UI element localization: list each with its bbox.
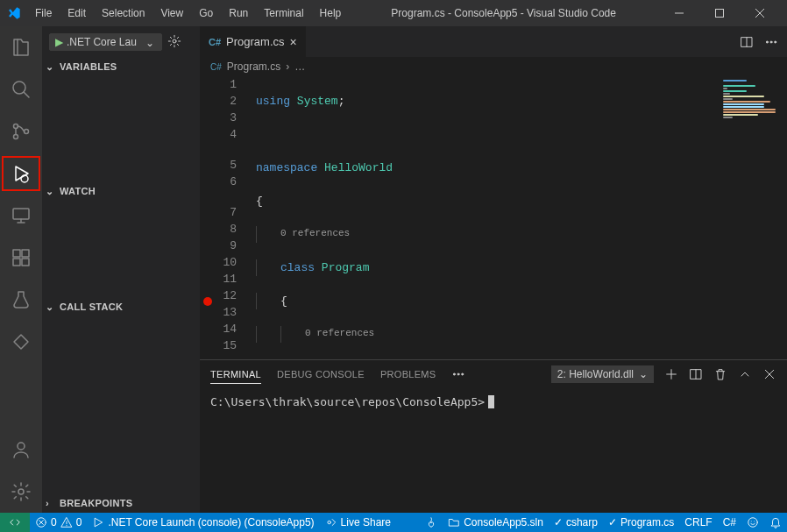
panel-tab-problems[interactable]: PROBLEMS	[380, 365, 436, 383]
editor-tabs: C# Program.cs ×	[200, 26, 787, 57]
more-panels-icon[interactable]	[451, 367, 465, 381]
debug-sidebar: ▶ .NET Core Lau ⌄ ⌄VARIABLES ⌄WATCH ⌄CAL…	[42, 26, 200, 513]
debug-alt-icon	[92, 516, 104, 528]
svg-point-18	[454, 373, 456, 375]
source-control-icon[interactable]	[0, 110, 42, 153]
start-debug-icon: ▶	[55, 36, 63, 48]
svg-point-23	[328, 521, 331, 524]
watch-section[interactable]: ⌄WATCH	[42, 181, 200, 201]
minimap[interactable]	[717, 76, 787, 359]
svg-rect-10	[22, 259, 29, 266]
check-icon: ✓	[608, 516, 617, 528]
panel-tab-debug-console[interactable]: DEBUG CONSOLE	[277, 365, 365, 383]
menu-terminal[interactable]: Terminal	[257, 4, 310, 23]
menu-run[interactable]: Run	[222, 4, 255, 23]
editor-tab-program[interactable]: C# Program.cs ×	[200, 26, 307, 57]
split-terminal-icon[interactable]	[689, 367, 703, 381]
title-bar: File Edit Selection View Go Run Terminal…	[0, 0, 787, 26]
run-debug-icon[interactable]	[2, 156, 40, 191]
status-errors-warnings[interactable]: 0 0	[30, 513, 87, 532]
menu-help[interactable]: Help	[313, 4, 349, 23]
status-liveshare[interactable]: Live Share	[320, 513, 396, 532]
status-language[interactable]: C#	[718, 513, 741, 532]
liveshare-icon	[325, 516, 337, 528]
close-panel-icon[interactable]	[762, 367, 776, 381]
flame-icon	[425, 516, 437, 528]
vscode-logo-icon	[7, 6, 21, 20]
svg-point-11	[18, 443, 25, 450]
menu-view[interactable]: View	[153, 4, 190, 23]
svg-point-19	[457, 373, 459, 375]
folder-icon	[448, 516, 460, 528]
window-controls	[659, 0, 780, 26]
extensions-icon[interactable]	[0, 237, 42, 279]
svg-rect-9	[13, 259, 20, 266]
code-editor[interactable]: 1234 56 789101112131415 using System; na…	[200, 76, 787, 359]
settings-gear-icon[interactable]	[0, 471, 42, 513]
chevron-down-icon: ⌄	[145, 37, 156, 47]
status-omnisharp-flame[interactable]	[420, 513, 443, 532]
menu-go[interactable]: Go	[192, 4, 220, 23]
kill-terminal-icon[interactable]	[713, 367, 727, 381]
breakpoint-dot[interactable]	[203, 297, 212, 306]
editor-area: C# Program.cs × C# Program.cs › … 1234 5…	[200, 26, 787, 513]
panel-tabs: TERMINAL DEBUG CONSOLE PROBLEMS 2: Hello…	[200, 360, 787, 388]
maximize-button[interactable]	[699, 0, 740, 26]
open-launch-json-icon[interactable]	[167, 34, 181, 50]
launch-config-selector[interactable]: ▶ .NET Core Lau ⌄	[49, 33, 162, 51]
close-tab-icon[interactable]: ×	[290, 35, 297, 49]
chevron-down-icon: ⌄	[46, 61, 56, 72]
menu-file[interactable]: File	[28, 4, 59, 23]
explorer-icon[interactable]	[0, 26, 42, 68]
svg-rect-8	[22, 250, 29, 257]
svg-point-5	[21, 175, 28, 182]
chevron-right-icon: ›	[46, 498, 56, 508]
error-icon	[35, 516, 47, 528]
svg-point-15	[766, 41, 768, 43]
new-terminal-icon[interactable]	[664, 367, 678, 381]
svg-rect-7	[13, 250, 20, 257]
menu-edit[interactable]: Edit	[60, 4, 93, 23]
remote-explorer-icon[interactable]	[0, 195, 42, 237]
close-button[interactable]	[740, 0, 780, 26]
remote-indicator[interactable]	[0, 513, 30, 532]
svg-rect-6	[13, 209, 29, 219]
liveshare-icon[interactable]	[0, 321, 42, 363]
svg-point-16	[770, 41, 772, 43]
tab-filename: Program.cs	[226, 35, 284, 48]
status-notifications[interactable]	[764, 513, 787, 532]
debug-toolbar: ▶ .NET Core Lau ⌄	[42, 26, 200, 57]
more-actions-icon[interactable]	[764, 35, 778, 49]
status-feedback[interactable]	[741, 513, 764, 532]
status-omnisharp-project[interactable]: ✓ csharp	[549, 513, 603, 532]
status-eol[interactable]: CRLF	[679, 513, 717, 532]
menu-selection[interactable]: Selection	[95, 4, 152, 23]
call-stack-section[interactable]: ⌄CALL STACK	[42, 297, 200, 316]
svg-rect-0	[716, 10, 724, 18]
activity-bar	[0, 26, 42, 513]
breadcrumb[interactable]: C# Program.cs › …	[200, 57, 787, 76]
check-icon: ✓	[554, 516, 563, 528]
accounts-icon[interactable]	[0, 429, 42, 471]
maximize-panel-icon[interactable]	[738, 367, 752, 381]
chevron-down-icon: ⌄	[46, 186, 56, 196]
terminal-prompt: C:\Users\thrak\source\repos\ConsoleApp5>	[210, 395, 485, 408]
breakpoints-section[interactable]: ›BREAKPOINTS	[42, 493, 200, 513]
terminal-body[interactable]: C:\Users\thrak\source\repos\ConsoleApp5>	[200, 388, 787, 513]
panel-tab-terminal[interactable]: TERMINAL	[210, 365, 261, 384]
status-analyzer-file[interactable]: ✓ Program.cs	[603, 513, 679, 532]
variables-section[interactable]: ⌄VARIABLES	[42, 57, 200, 76]
warning-icon	[60, 516, 73, 528]
bell-icon	[769, 516, 782, 528]
terminal-cursor	[488, 395, 494, 408]
terminal-selector[interactable]: 2: HelloWorld.dll ⌄	[551, 365, 654, 383]
menu-bar: File Edit Selection View Go Run Terminal…	[28, 4, 348, 23]
chevron-down-icon: ⌄	[639, 368, 648, 380]
split-editor-icon[interactable]	[740, 35, 754, 49]
svg-point-20	[462, 373, 464, 375]
test-explorer-icon[interactable]	[0, 279, 42, 321]
status-solution[interactable]: ConsoleApp5.sln	[443, 513, 549, 532]
search-icon[interactable]	[0, 68, 42, 110]
minimize-button[interactable]	[659, 0, 699, 26]
status-launch-config[interactable]: .NET Core Launch (console) (ConsoleApp5)	[87, 513, 319, 532]
